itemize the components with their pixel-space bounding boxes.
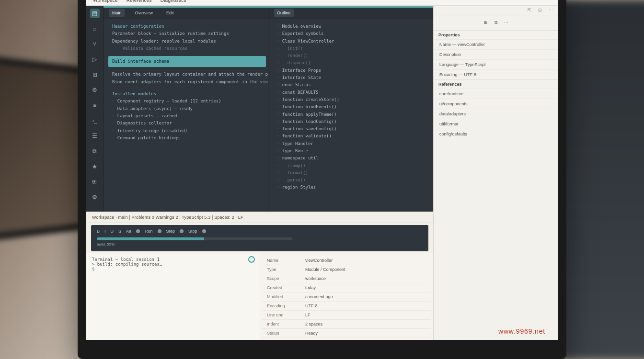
tool-case[interactable]: Aa bbox=[126, 229, 131, 234]
tool-run[interactable]: Run bbox=[145, 229, 153, 234]
outline-item[interactable]: type Handler bbox=[277, 140, 427, 147]
outline-item[interactable]: function bindEvents() bbox=[277, 103, 427, 111]
outline-item[interactable]: region Styles bbox=[277, 184, 427, 191]
property-row: TypeModule / Component bbox=[262, 265, 431, 274]
workspace: ▤ ⌕ ⑂ ▷ ⊞ ⚙ ≡ ›_ ☰ ⧉ ★ ⛨ ⚙ Main bbox=[86, 6, 558, 340]
outline-item[interactable]: namespace util bbox=[277, 155, 427, 162]
bookmark-icon[interactable]: ★ bbox=[90, 162, 100, 171]
code-highlight-line[interactable]: Build interface schema bbox=[108, 56, 266, 67]
collapse-icon[interactable]: ⊟ bbox=[538, 8, 542, 12]
property-value: workspace bbox=[305, 276, 426, 281]
terminal-panel[interactable]: Terminal — local session 1 > build: comp… bbox=[86, 253, 260, 340]
menu-item-workspace[interactable]: Workspace bbox=[93, 0, 118, 3]
tool-bold[interactable]: B bbox=[97, 229, 100, 234]
tab-edit[interactable]: Edit bbox=[163, 9, 177, 17]
pin-icon[interactable]: ⇱ bbox=[528, 8, 531, 12]
tab-main[interactable]: Main bbox=[109, 9, 125, 17]
settings-icon[interactable]: ⚙ bbox=[90, 85, 100, 95]
terminal-icon[interactable]: ›_ bbox=[90, 116, 100, 125]
property-row: EncodingUTF-8 bbox=[262, 302, 431, 311]
property-row: Line endLF bbox=[262, 311, 431, 320]
side-panel-item[interactable]: Language — TypeScript bbox=[434, 59, 558, 69]
side-panel-item[interactable]: util/format bbox=[434, 119, 558, 129]
outline-item[interactable]: dispose() bbox=[277, 59, 427, 67]
activity-bar: ▤ ⌕ ⑂ ▷ ⊞ ⚙ ≡ ›_ ☰ ⧉ ★ ⛨ ⚙ bbox=[86, 6, 104, 212]
tool-stop[interactable]: Stop bbox=[188, 229, 197, 234]
outline-item[interactable]: Interface State bbox=[277, 74, 427, 81]
files-icon[interactable]: ▤ bbox=[90, 9, 100, 18]
shield-icon[interactable]: ⛨ bbox=[90, 177, 100, 187]
property-row: Scopeworkspace bbox=[262, 274, 431, 283]
outline-item[interactable]: Class ViewController bbox=[277, 38, 427, 45]
gear-icon[interactable]: ⚙ bbox=[90, 192, 100, 202]
debug-icon[interactable]: ▷ bbox=[90, 55, 100, 64]
separator-dot bbox=[180, 229, 184, 233]
more-icon[interactable]: ⋯ bbox=[549, 8, 553, 12]
outline-item[interactable]: function createStore() bbox=[277, 96, 427, 103]
terminal-prompt[interactable]: $ bbox=[92, 267, 254, 271]
property-value: Ready bbox=[305, 331, 426, 336]
search-icon[interactable]: ⌕ bbox=[90, 24, 100, 34]
tool-italic[interactable]: I bbox=[104, 229, 106, 234]
outline-item[interactable]: enum Status bbox=[277, 81, 427, 89]
side-panel-item[interactable]: ui/components bbox=[434, 99, 558, 109]
progress-bar[interactable] bbox=[97, 237, 292, 240]
outline-item[interactable]: init() bbox=[277, 45, 427, 52]
tool-under[interactable]: U bbox=[111, 229, 114, 234]
outline-item[interactable]: const DEFAULTS bbox=[277, 89, 427, 96]
watermark-text: www.9969.net bbox=[498, 327, 545, 335]
terminal-line: Terminal — local session 1 bbox=[92, 257, 254, 262]
side-panel-item[interactable]: Encoding — UTF-8 bbox=[434, 69, 558, 79]
outline-title: Outline bbox=[274, 9, 294, 17]
side-panel-icons: 🗎 ⧉ ⋯ bbox=[434, 15, 558, 30]
chart-icon[interactable]: ⧉ bbox=[90, 146, 100, 156]
code-line: Component registry — loaded (12 entries) bbox=[112, 98, 262, 105]
property-key: Scope bbox=[267, 276, 305, 281]
outline-item[interactable]: Module overview bbox=[277, 23, 427, 30]
outline-item[interactable]: Interface Props bbox=[277, 67, 427, 74]
side-panel-item[interactable]: Description bbox=[434, 49, 558, 59]
outline-item[interactable]: clamp() bbox=[277, 162, 427, 169]
outline-item[interactable]: render() bbox=[277, 52, 427, 59]
separator-dot bbox=[202, 229, 206, 233]
monitor-bezel: Workspace References Diagnostics ▤ ⌕ ⑂ ▷… bbox=[78, 0, 566, 359]
outline-item[interactable]: function saveConfig() bbox=[277, 125, 427, 133]
outline-item[interactable]: format() bbox=[277, 169, 427, 177]
editor-body-left[interactable]: Header configuration Parameter block — i… bbox=[104, 19, 268, 212]
status-badge-icon bbox=[248, 256, 255, 263]
menu-item-diagnostics[interactable]: Diagnostics bbox=[161, 0, 186, 3]
layers-icon[interactable]: ☰ bbox=[90, 131, 100, 141]
outline-item[interactable]: Exported symbols bbox=[277, 30, 427, 37]
property-value: viewController bbox=[305, 258, 426, 263]
side-panel-item[interactable]: config/defaults bbox=[434, 129, 558, 139]
property-row: Indent2 spaces bbox=[262, 320, 431, 329]
code-line: Bind event adapters for each registered … bbox=[112, 79, 262, 86]
properties-panel: NameviewController TypeModule / Componen… bbox=[260, 253, 433, 340]
tab-overview[interactable]: Overview bbox=[132, 9, 156, 17]
code-line: Data adapters (async) — ready bbox=[112, 105, 262, 112]
side-panel-title-b: References bbox=[434, 79, 558, 89]
branch-icon[interactable]: ⑂ bbox=[90, 39, 100, 49]
outline-item[interactable]: function validate() bbox=[277, 133, 427, 140]
outline-item[interactable]: function applyTheme() bbox=[277, 111, 427, 118]
outline-item[interactable]: parse() bbox=[277, 177, 427, 184]
tool-step[interactable]: Step bbox=[166, 229, 175, 234]
side-panel-item[interactable]: core/runtime bbox=[434, 89, 558, 99]
menu-item-references[interactable]: References bbox=[126, 0, 152, 3]
property-key: Modified bbox=[267, 294, 305, 299]
outline-item[interactable]: type Route bbox=[277, 147, 427, 155]
copy-icon[interactable]: ⧉ bbox=[494, 20, 497, 25]
side-panel: ⇱ ⊟ ⋯ 🗎 ⧉ ⋯ Properties Name — viewContro… bbox=[433, 6, 558, 340]
more-icon[interactable]: ⋯ bbox=[504, 20, 508, 25]
screen: Workspace References Diagnostics ▤ ⌕ ⑂ ▷… bbox=[86, 0, 558, 340]
outline-body[interactable]: Module overview Exported symbols Class V… bbox=[268, 19, 433, 212]
database-icon[interactable]: ≡ bbox=[90, 101, 100, 110]
file-icon[interactable]: 🗎 bbox=[483, 20, 488, 25]
tool-strike[interactable]: S bbox=[118, 229, 121, 234]
extensions-icon[interactable]: ⊞ bbox=[90, 70, 100, 79]
outline-item[interactable]: function loadConfig() bbox=[277, 118, 427, 125]
bottom-columns: Terminal — local session 1 > build: comp… bbox=[86, 253, 433, 340]
side-panel-item[interactable]: data/adapters bbox=[434, 109, 558, 119]
background-shelf-blur bbox=[558, 0, 644, 359]
side-panel-item[interactable]: Name — viewController bbox=[434, 39, 558, 49]
